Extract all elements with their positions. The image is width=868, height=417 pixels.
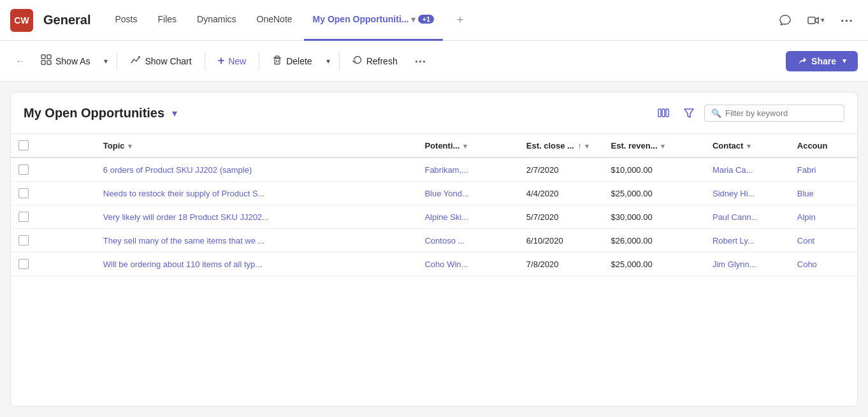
tab-posts[interactable]: Posts	[106, 0, 146, 41]
row-contact: Maria Ca...	[705, 158, 790, 182]
show-as-button[interactable]: Show As	[33, 50, 98, 71]
row-contact: Paul Cann...	[705, 205, 790, 229]
keyword-filter-input[interactable]	[725, 108, 837, 118]
row-checkbox[interactable]	[18, 188, 29, 198]
row-potential: Fabrikam,...	[417, 158, 518, 182]
chat-icon	[779, 14, 792, 27]
row-potential: Contoso ...	[417, 229, 518, 252]
account-link[interactable]: Cont	[797, 236, 814, 245]
back-button[interactable]: ←	[10, 51, 31, 71]
tab-dynamics[interactable]: Dynamics	[188, 0, 245, 41]
title-chevron-icon[interactable]: ▾	[172, 107, 177, 119]
contact-link[interactable]: Sidney Hi...	[712, 189, 755, 198]
add-tab-button[interactable]: ＋	[445, 0, 475, 41]
opportunities-body-table: 6 orders of Product SKU JJ202 (sample) F…	[11, 158, 857, 276]
row-checkbox-cell	[11, 158, 96, 182]
chevron-down-icon: ▾	[104, 57, 108, 66]
table-row: Needs to restock their supply of Product…	[11, 182, 857, 205]
topic-link[interactable]: Needs to restock their supply of Product…	[103, 189, 265, 198]
refresh-icon	[352, 55, 363, 68]
new-label: New	[228, 56, 246, 66]
column-settings-button[interactable]	[653, 103, 674, 123]
contact-link[interactable]: Robert Ly...	[712, 236, 755, 245]
video-call-button[interactable]: ▾	[802, 9, 830, 32]
new-button[interactable]: + New	[210, 50, 254, 71]
refresh-button[interactable]: Refresh	[345, 51, 405, 71]
contact-link[interactable]: Maria Ca...	[712, 165, 753, 175]
svg-rect-0	[808, 17, 815, 24]
row-potential: Blue Yond...	[417, 182, 518, 205]
app-title: General	[43, 13, 90, 27]
row-contact: Robert Ly...	[705, 229, 790, 252]
account-link[interactable]: Alpin	[797, 212, 816, 222]
more-options-button[interactable]: ⋯	[835, 9, 858, 32]
account-link[interactable]: Fabri	[797, 165, 816, 175]
potential-link[interactable]: Blue Yond...	[424, 189, 468, 198]
table-row: Very likely will order 18 Product SKU JJ…	[11, 205, 857, 229]
row-close: 2/7/2020	[519, 158, 604, 182]
card-title: My Open Opportunities	[24, 106, 164, 121]
chat-icon-button[interactable]	[774, 9, 797, 32]
show-as-icon	[41, 54, 52, 68]
delete-button[interactable]: Delete	[264, 51, 319, 71]
row-contact: Jim Glynn...	[705, 252, 790, 276]
col-header-close[interactable]: Est. close ... ↑ ▾	[519, 134, 604, 157]
account-link[interactable]: Blue	[797, 189, 814, 198]
row-revenue: $30,000.00	[604, 205, 705, 229]
potential-link[interactable]: Contoso ...	[424, 236, 465, 245]
plus-icon: +	[218, 54, 225, 68]
row-checkbox[interactable]	[18, 212, 29, 222]
col-header-contact[interactable]: Contact ▾	[705, 134, 790, 157]
divider-4	[339, 52, 340, 70]
more-icon: ⋯	[414, 54, 426, 68]
card-header: My Open Opportunities ▾ 🔍	[11, 92, 857, 134]
table-row: Will be ordering about 110 items of all …	[11, 252, 857, 276]
back-arrow-icon: ←	[15, 55, 25, 67]
delete-icon	[272, 55, 282, 68]
potential-link[interactable]: Fabrikam,...	[424, 165, 468, 175]
tab-opportunities[interactable]: My Open Opportuniti... ▾ +1	[304, 0, 443, 41]
row-checkbox-cell	[11, 205, 96, 229]
col-header-potential[interactable]: Potenti... ▾	[417, 134, 518, 157]
toolbar-right: Share ▾	[786, 51, 858, 71]
topic-link[interactable]: Very likely will order 18 Product SKU JJ…	[103, 212, 269, 222]
potential-link[interactable]: Alpine Ski...	[424, 212, 468, 222]
topic-link[interactable]: They sell many of the same items that we…	[103, 236, 265, 245]
account-link[interactable]: Coho	[797, 260, 817, 269]
svg-rect-3	[41, 61, 45, 64]
filter-button[interactable]	[679, 103, 699, 123]
row-account: Coho	[790, 252, 857, 276]
more-button[interactable]: ⋯	[408, 50, 432, 72]
contact-link[interactable]: Jim Glynn...	[712, 260, 756, 269]
share-button[interactable]: Share ▾	[786, 51, 858, 71]
table-row: They sell many of the same items that we…	[11, 229, 857, 252]
tab-files[interactable]: Files	[149, 0, 186, 41]
row-revenue: $10,000.00	[604, 158, 705, 182]
show-as-chevron-button[interactable]: ▾	[100, 53, 112, 70]
row-checkbox[interactable]	[18, 259, 29, 269]
svg-rect-2	[47, 55, 51, 59]
potential-link[interactable]: Coho Win...	[424, 260, 468, 269]
show-chart-button[interactable]: Show Chart	[122, 50, 199, 71]
col-header-revenue[interactable]: Est. reven... ▾	[604, 134, 705, 157]
svg-rect-9	[658, 109, 661, 117]
table-scroll-area: 6 orders of Product SKU JJ202 (sample) F…	[11, 158, 857, 276]
row-checkbox[interactable]	[18, 165, 29, 175]
row-close: 5/7/2020	[519, 205, 604, 229]
row-potential: Coho Win...	[417, 252, 518, 276]
select-all-checkbox[interactable]	[18, 140, 29, 150]
topic-link[interactable]: Will be ordering about 110 items of all …	[103, 260, 262, 269]
delete-chevron-button[interactable]: ▾	[322, 53, 334, 70]
show-chart-label: Show Chart	[145, 56, 191, 66]
row-checkbox[interactable]	[18, 235, 29, 245]
avatar: CW	[10, 9, 33, 32]
topic-link[interactable]: 6 orders of Product SKU JJ202 (sample)	[103, 165, 252, 175]
chart-icon	[130, 54, 141, 68]
share-icon	[797, 56, 807, 66]
row-checkbox-cell	[11, 252, 96, 276]
tab-onenote[interactable]: OneNote	[248, 0, 301, 41]
col-header-topic[interactable]: Topic ▾	[96, 134, 417, 157]
col-header-account: Accoun	[790, 134, 857, 157]
divider-3	[259, 52, 259, 70]
contact-link[interactable]: Paul Cann...	[712, 212, 758, 222]
